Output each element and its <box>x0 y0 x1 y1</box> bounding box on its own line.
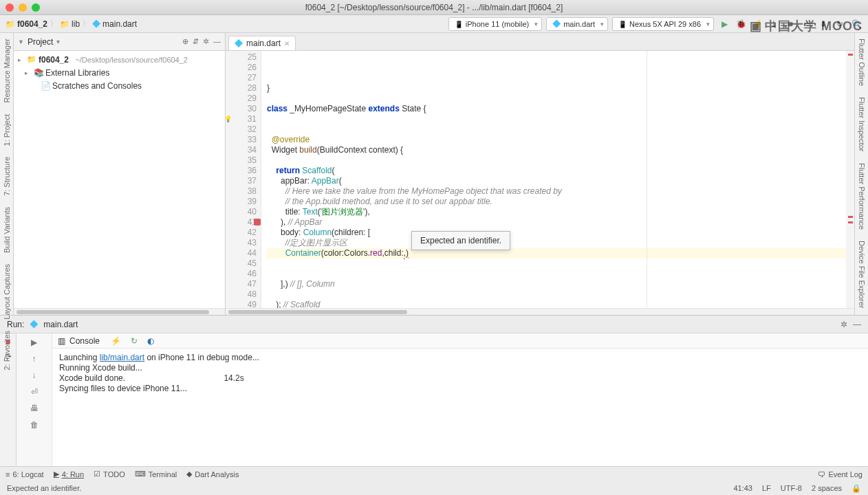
tab-logcat[interactable]: ≡ 6: Logcat <box>6 470 44 478</box>
clear-icon[interactable]: 🗑 <box>30 420 39 430</box>
code-editor[interactable]: 2526272829303132333435363738394041424344… <box>226 51 854 308</box>
dart-file-icon <box>235 39 243 47</box>
hide-icon[interactable]: — <box>853 320 861 329</box>
print-icon[interactable]: 🖶 <box>30 404 39 413</box>
library-icon: 📚 <box>34 68 43 78</box>
status-bar: Expected an identifier. 41:43 LF UTF-8 2… <box>0 481 868 495</box>
status-caret-pos[interactable]: 41:43 <box>733 484 752 493</box>
dart-file-icon <box>552 20 561 28</box>
settings-icon[interactable]: ✲ <box>203 37 209 46</box>
editor-tabs: main.dart ✕ <box>226 33 854 51</box>
project-title: Project <box>28 37 53 47</box>
tree-external-libs[interactable]: ▸📚 External Libraries <box>14 66 225 79</box>
chevron-down-icon[interactable]: ▼ <box>18 38 24 45</box>
tab-terminal[interactable]: ⌨ Terminal <box>135 470 177 478</box>
status-line-sep[interactable]: LF <box>762 484 771 493</box>
right-tool-strip: Flutter Outline Flutter Inspector Flutte… <box>854 33 868 315</box>
tab-todo[interactable]: ☑ TODO <box>94 470 125 478</box>
run-config-label: main.dart <box>43 320 78 329</box>
run-header: Run: main.dart ✲ — <box>0 316 868 333</box>
console-view-icon[interactable]: ▶ <box>31 338 37 347</box>
hot-restart-icon[interactable]: ↻ <box>131 336 138 346</box>
status-indent[interactable]: 2 spaces <box>812 484 842 493</box>
tab-main-dart[interactable]: main.dart ✕ <box>228 36 296 50</box>
tool-favorites[interactable]: 2: Favorites <box>3 328 11 373</box>
run-toolbar-actions: ▶ ↑ ↓ ⏎ 🖶 🗑 <box>17 333 52 466</box>
tree-root[interactable]: ▸ f0604_2 ~/Desktop/lesson/source/f0604_… <box>14 53 225 66</box>
folder-icon <box>6 19 15 29</box>
collapse-all-icon[interactable]: ⇵ <box>193 37 199 46</box>
chevron-right-icon: 〉 <box>83 19 89 29</box>
titlebar: f0604_2 [~/Desktop/lesson/source/f0604_2… <box>0 0 868 15</box>
select-opened-icon[interactable]: ⊕ <box>182 37 188 46</box>
editor-area: main.dart ✕ 2526272829303132333435363738… <box>226 33 854 315</box>
console-icon: ▥ <box>58 336 65 346</box>
breadcrumb-folder[interactable]: lib <box>60 19 80 29</box>
error-stripe[interactable] <box>846 51 854 308</box>
device-selector[interactable]: iPhone 11 (mobile) <box>448 17 542 31</box>
scratches-icon: 📄 <box>41 81 50 91</box>
tool-layout-captures[interactable]: Layout Captures <box>3 261 11 322</box>
tab-run[interactable]: ▶ 4: Run <box>54 470 84 478</box>
tool-flutter-performance[interactable]: Flutter Performance <box>858 160 866 232</box>
watermark: ▣中国大学 MOOC <box>750 18 862 34</box>
breadcrumb-root[interactable]: f0604_2 <box>6 19 47 29</box>
folder-icon <box>60 19 69 29</box>
tool-flutter-outline[interactable]: Flutter Outline <box>858 36 866 89</box>
window-title: f0604_2 [~/Desktop/lesson/source/f0604_2… <box>0 3 868 12</box>
up-icon[interactable]: ↑ <box>32 354 36 364</box>
code-body[interactable]: }class _MyHomePageState extends State { … <box>261 51 846 308</box>
emulator-selector[interactable]: Nexus 5X API 29 x86 <box>612 17 714 31</box>
console-tab-label: Console <box>69 336 100 346</box>
hot-reload-icon[interactable]: ⚡ <box>111 336 121 346</box>
hide-icon[interactable]: — <box>213 37 221 46</box>
tool-structure[interactable]: 7: Structure <box>3 154 11 199</box>
run-panel: Run: main.dart ✲ — ■ ⟳ ▶ ↑ ↓ ⏎ 🖶 🗑 <box>0 315 868 466</box>
settings-icon[interactable]: ✲ <box>840 320 847 329</box>
debug-button[interactable]: 🐞 <box>735 18 747 30</box>
tool-device-file-explorer[interactable]: Device File Explorer <box>858 238 866 311</box>
close-tab-icon[interactable]: ✕ <box>284 40 290 47</box>
project-tree[interactable]: ▸ f0604_2 ~/Desktop/lesson/source/f0604_… <box>14 51 225 308</box>
console-link[interactable]: lib/main.dart <box>100 353 144 362</box>
tab-event-log[interactable]: 🗨 Event Log <box>818 470 862 478</box>
tree-scratches[interactable]: 📄 Scratches and Consoles <box>14 79 225 92</box>
chevron-right-icon: 〉 <box>50 19 57 29</box>
project-header: ▼ Project ▾ ⊕ ⇵ ✲ — <box>14 33 225 51</box>
error-tooltip: Expected an identifier. <box>411 231 510 250</box>
project-panel: ▼ Project ▾ ⊕ ⇵ ✲ — ▸ f0604_2 ~/Desktop/… <box>14 33 226 315</box>
tab-dart-analysis[interactable]: ◆ Dart Analysis <box>186 470 239 478</box>
status-message: Expected an identifier. <box>7 484 81 492</box>
tab-label: main.dart <box>246 38 281 48</box>
dart-file-icon <box>92 20 100 28</box>
console-tab[interactable]: ▥ Console ⚡ ↻ ◐ <box>52 333 868 349</box>
left-tool-strip: Resource Manager 1: Project 7: Structure… <box>0 33 14 315</box>
open-devtools-icon[interactable]: ◐ <box>147 336 154 346</box>
breadcrumb-file[interactable]: main.dart <box>92 19 137 29</box>
console-output[interactable]: Launching lib/main.dart on iPhone 11 in … <box>52 349 868 466</box>
project-scrollbar[interactable] <box>14 308 225 315</box>
run-config-selector[interactable]: main.dart <box>546 17 608 31</box>
editor-scrollbar[interactable] <box>226 308 854 315</box>
status-lock-icon[interactable]: 🔒 <box>851 484 861 493</box>
tool-resource-manager[interactable]: Resource Manager <box>3 36 11 106</box>
dart-file-icon <box>30 320 38 329</box>
bottom-tool-tabs: ≡ 6: Logcat ▶ 4: Run ☑ TODO ⌨ Terminal ◆… <box>0 466 868 481</box>
gutter: 2526272829303132333435363738394041424344… <box>226 51 261 308</box>
down-icon[interactable]: ↓ <box>32 371 36 380</box>
tool-project[interactable]: 1: Project <box>3 111 11 148</box>
tool-build-variants[interactable]: Build Variants <box>3 204 11 256</box>
folder-icon <box>27 55 36 64</box>
phone-icon <box>455 20 463 28</box>
nav-breadcrumb-bar: f0604_2 〉 lib 〉 main.dart iPhone 11 (mob… <box>0 15 868 33</box>
phone-icon <box>618 20 627 28</box>
tool-flutter-inspector[interactable]: Flutter Inspector <box>858 94 866 154</box>
run-button[interactable]: ▶ <box>718 18 730 30</box>
status-encoding[interactable]: UTF-8 <box>781 484 802 493</box>
wrap-icon[interactable]: ⏎ <box>31 387 38 397</box>
